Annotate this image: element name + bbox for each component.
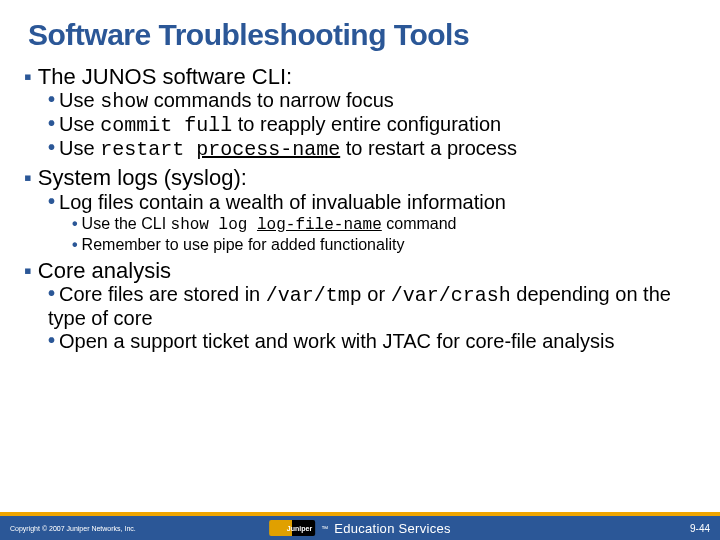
text: Open a support ticket and work with JTAC…: [59, 330, 614, 352]
slide-container: Software Troubleshooting Tools ▪The JUNO…: [0, 0, 720, 540]
footer-brand-text: Education Services: [334, 521, 451, 536]
code: restart: [100, 138, 196, 161]
slide-content: ▪The JUNOS software CLI: •Use show comma…: [0, 52, 720, 353]
bullet-item: •Use show commands to narrow focus: [48, 89, 696, 113]
dot-bullet-icon: •: [48, 329, 55, 352]
footer-bar: Copyright © 2007 Juniper Networks, Inc. …: [0, 516, 720, 540]
dot-bullet-icon: •: [48, 112, 55, 135]
trademark-icon: ™: [321, 525, 328, 532]
code: show log: [171, 216, 257, 234]
code: commit full: [100, 114, 232, 137]
code-var: process-name: [196, 138, 340, 161]
bullet-item: •Open a support ticket and work with JTA…: [48, 330, 696, 353]
code-var: log-file-name: [257, 216, 382, 234]
bullet-item: •Core files are stored in /var/tmp or /v…: [48, 283, 696, 330]
heading-text: Core analysis: [38, 258, 171, 283]
code: show: [100, 90, 148, 113]
text: Use: [59, 113, 100, 135]
code: /var/crash: [391, 284, 511, 307]
bullet-item: •Use commit full to reapply entire confi…: [48, 113, 696, 137]
dot-bullet-icon: •: [48, 190, 55, 213]
heading-text: The JUNOS software CLI:: [38, 64, 292, 89]
slide-title: Software Troubleshooting Tools: [0, 0, 720, 52]
section-heading: ▪System logs (syslog):: [24, 165, 696, 190]
square-bullet-icon: ▪: [24, 258, 32, 283]
text: Remember to use pipe for added functiona…: [82, 236, 405, 253]
dot-bullet-icon: •: [48, 282, 55, 305]
slide-footer: Copyright © 2007 Juniper Networks, Inc. …: [0, 508, 720, 540]
text: to restart a process: [340, 137, 517, 159]
bullet-item: •Log files contain a wealth of invaluabl…: [48, 191, 696, 214]
text: Use: [59, 137, 100, 159]
sub-bullet-item: •Remember to use pipe for added function…: [72, 235, 696, 254]
section-heading: ▪Core analysis: [24, 258, 696, 283]
text: to reapply entire configuration: [232, 113, 501, 135]
dot-bullet-icon: •: [48, 136, 55, 159]
code: /var/tmp: [266, 284, 362, 307]
footer-center: ™ Education Services: [269, 520, 451, 536]
copyright-text: Copyright © 2007 Juniper Networks, Inc.: [0, 525, 136, 532]
text: or: [362, 283, 391, 305]
page-number: 9-44: [690, 523, 710, 534]
text: commands to narrow focus: [148, 89, 394, 111]
square-bullet-icon: ▪: [24, 64, 32, 89]
text: command: [382, 215, 457, 232]
juniper-logo-icon: [269, 520, 315, 536]
text: Use the CLI: [82, 215, 171, 232]
section-heading: ▪The JUNOS software CLI:: [24, 64, 696, 89]
heading-text: System logs (syslog):: [38, 165, 247, 190]
text: Core files are stored in: [59, 283, 266, 305]
sub-bullet-item: •Use the CLI show log log-file-name comm…: [72, 214, 696, 235]
text: Use: [59, 89, 100, 111]
dot-bullet-icon: •: [48, 88, 55, 111]
text: Log files contain a wealth of invaluable…: [59, 191, 506, 213]
dot-bullet-icon: •: [72, 214, 78, 233]
dot-bullet-icon: •: [72, 235, 78, 254]
square-bullet-icon: ▪: [24, 165, 32, 190]
bullet-item: •Use restart process-name to restart a p…: [48, 137, 696, 161]
